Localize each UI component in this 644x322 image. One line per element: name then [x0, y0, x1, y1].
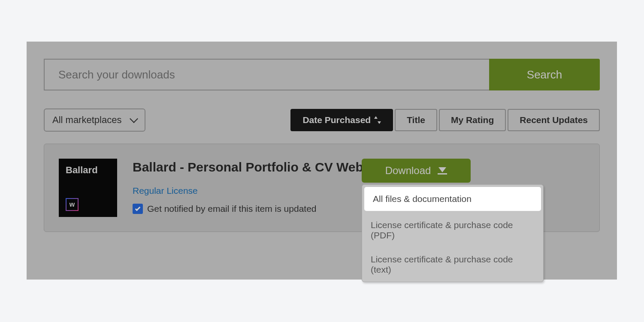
item-thumbnail[interactable]: Ballard w [59, 159, 117, 217]
sort-date-purchased-button[interactable]: Date Purchased [290, 109, 393, 131]
download-area: Download All files & documentation Licen… [362, 159, 471, 183]
download-button-label: Download [385, 165, 431, 177]
marketplace-select[interactable]: All marketplaces [44, 108, 145, 132]
download-option-all-files[interactable]: All files & documentation [364, 187, 541, 211]
sort-title-button[interactable]: Title [395, 109, 437, 131]
sort-buttons: Date Purchased Title My Rating Recent Up… [290, 109, 600, 131]
filter-row: All marketplaces Date Purchased Title My… [44, 108, 600, 132]
sort-icon [374, 116, 381, 124]
search-button[interactable]: Search [489, 59, 600, 90]
search-row: Search [44, 59, 600, 90]
download-dropdown-menu: All files & documentation License certif… [362, 184, 544, 282]
download-option-license-pdf[interactable]: License certificate & purchase code (PDF… [362, 213, 543, 247]
download-item-card: Ballard w Ballard - Personal Portfolio &… [44, 144, 600, 232]
item-title: Ballard - Personal Portfolio & CV Webflo… [133, 159, 585, 175]
sort-label: Date Purchased [302, 115, 371, 125]
search-input[interactable] [44, 59, 489, 90]
webflow-icon: w [66, 198, 79, 211]
license-link[interactable]: Regular License [133, 186, 198, 196]
notify-label: Get notified by email if this item is up… [147, 204, 317, 214]
sort-my-rating-button[interactable]: My Rating [439, 109, 506, 131]
checkmark-icon [135, 205, 141, 211]
download-icon [438, 167, 447, 175]
thumbnail-title: Ballard [66, 165, 110, 176]
downloads-panel: Search All marketplaces Date Purchased T… [27, 42, 617, 280]
marketplace-select-label: All marketplaces [52, 114, 121, 126]
chevron-down-icon [130, 114, 138, 123]
download-option-license-text[interactable]: License certificate & purchase code (tex… [362, 247, 543, 282]
sort-recent-updates-button[interactable]: Recent Updates [508, 109, 600, 131]
notify-checkbox[interactable] [133, 204, 143, 214]
download-button[interactable]: Download [362, 159, 471, 183]
